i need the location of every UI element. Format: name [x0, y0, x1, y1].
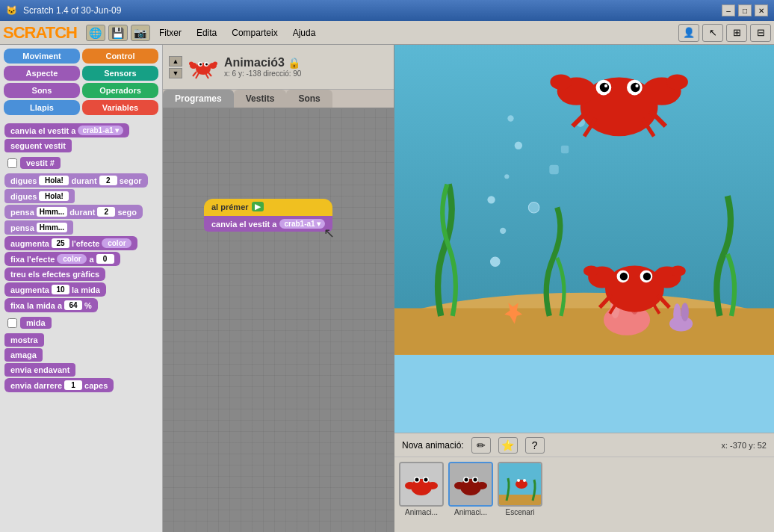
action-block[interactable]: canvia el vestit a crab1-a1 ▾ [204, 216, 332, 232]
svg-line-11 [208, 72, 211, 76]
block-envia-endavant[interactable]: envia endavant [4, 363, 158, 377]
svg-point-42 [600, 83, 609, 92]
block-augmenta-mida[interactable]: augmenta 10 la mida [4, 282, 158, 297]
block-amaga[interactable]: amaga [4, 348, 158, 362]
svg-point-66 [427, 482, 438, 489]
menu-fitxer[interactable]: Fitxer [153, 26, 188, 40]
titlebar: 🐱 Scratch 1.4 of 30-Jun-09 – □ ✕ [0, 0, 774, 21]
tab-programes[interactable]: Programes [163, 90, 234, 108]
svg-point-52 [583, 265, 599, 276]
profile-button[interactable]: 👤 [678, 24, 699, 42]
block-pensa-dur[interactable]: pensa Hmm... durant 2 sego [4, 205, 158, 219]
svg-point-44 [604, 84, 607, 87]
svg-point-21 [673, 303, 681, 325]
sprites-bar: Animaci... [394, 457, 774, 532]
globe-icon[interactable]: 🌐 [86, 25, 105, 41]
sprite-nav: ▲ ▼ [169, 56, 182, 78]
star-button[interactable]: ⭐ [498, 437, 518, 454]
ocean-scene [394, 45, 774, 355]
category-sensors[interactable]: Sensors [82, 66, 158, 81]
cursor-button[interactable]: ↖ [702, 24, 723, 42]
svg-point-27 [504, 174, 509, 179]
sprite-nav-up[interactable]: ▲ [169, 56, 182, 66]
save-icon[interactable]: 💾 [108, 25, 128, 41]
camera-icon[interactable]: 📷 [131, 25, 150, 41]
svg-point-65 [405, 482, 415, 489]
minimize-button[interactable]: – [722, 4, 735, 16]
brush-button[interactable]: ✏ [471, 437, 491, 454]
script-block-group[interactable]: al prémer ▶ canvia el vestit a crab1-a1 … [204, 199, 332, 232]
event-block[interactable]: al prémer ▶ [204, 199, 332, 216]
sprite-thumb-2[interactable] [448, 462, 493, 507]
svg-point-73 [454, 482, 465, 489]
svg-point-54 [670, 265, 686, 276]
help-button[interactable]: ? [525, 437, 545, 454]
tab-sons[interactable]: Sons [286, 90, 332, 108]
category-llapis[interactable]: Llapis [4, 100, 80, 115]
block-digues-dur[interactable]: digues Hola! durant 2 segor [4, 173, 158, 188]
category-variables[interactable]: Variables [82, 100, 158, 115]
block-canvia-vestit[interactable]: canvia el vestit a crab1-a1 ▾ [4, 123, 158, 137]
shrink-button[interactable]: ⊟ [750, 24, 771, 42]
category-buttons: Moviment Control Aspecte Sensors Sons Op… [0, 45, 162, 119]
mida-checkbox[interactable] [7, 318, 17, 328]
svg-point-69 [415, 478, 419, 482]
tab-vestits[interactable]: Vestits [234, 90, 287, 108]
menu-comparteix[interactable]: Comparteix [226, 26, 283, 40]
svg-point-82 [517, 479, 520, 482]
sprite-label-2: Animaci... [454, 508, 487, 516]
svg-line-9 [193, 72, 196, 76]
stage-coords: x: -370 y: 52 [721, 441, 767, 450]
category-control[interactable]: Control [82, 49, 158, 64]
category-moviment[interactable]: Moviment [4, 49, 80, 64]
category-operadors[interactable]: Operadors [82, 83, 158, 98]
svg-rect-31 [549, 165, 558, 174]
svg-point-29 [507, 115, 513, 121]
vestit-checkbox[interactable] [7, 158, 17, 168]
block-seguent-vestit[interactable]: seguent vestit [4, 139, 158, 152]
svg-point-70 [424, 478, 428, 482]
blocks-palette: canvia el vestit a crab1-a1 ▾ seguent ve… [0, 119, 162, 532]
right-panel: ▶ ● [394, 45, 774, 532]
svg-point-4 [213, 62, 217, 66]
menu-ajuda[interactable]: Ajuda [287, 26, 322, 40]
stage-thumb[interactable] [498, 462, 542, 507]
block-fixa-mida[interactable]: fixa la mida a 64 % [4, 298, 158, 312]
sprite-item-2[interactable]: Animaci... [448, 462, 493, 516]
block-treu-efectes[interactable]: treu els efectes gràfics [4, 267, 158, 281]
block-vestit-num[interactable]: vestit # [4, 154, 158, 172]
svg-line-12 [205, 73, 208, 78]
category-sons[interactable]: Sons [4, 83, 80, 98]
block-pensa[interactable]: pensa Hmm... [4, 220, 158, 235]
sprite-info: ▲ ▼ [163, 45, 394, 90]
block-augmenta-efecte[interactable]: augmenta 25 l'efecte color [4, 236, 158, 250]
svg-point-45 [635, 84, 638, 87]
stage-item[interactable]: Escenari [498, 462, 542, 516]
sprite-thumb-1[interactable] [399, 462, 444, 507]
svg-point-83 [523, 479, 526, 482]
fullscreen-button[interactable]: ⊞ [726, 24, 747, 42]
sprite-name-info: Animació3 🔒 x: 6 y: -138 direcció: 90 [224, 56, 388, 78]
close-button[interactable]: ✕ [755, 4, 768, 16]
sprite-coords: x: 6 y: -138 direcció: 90 [224, 69, 388, 78]
block-fixa-efecte[interactable]: fixa l'efecte color a 0 [4, 252, 158, 266]
block-envia-darrere[interactable]: envia darrere 1 capes [4, 378, 158, 392]
block-digues[interactable]: digues Hola! [4, 189, 158, 203]
scratch-logo: SCRATCH [3, 23, 77, 43]
block-mostra[interactable]: mostra [4, 333, 158, 347]
svg-point-26 [487, 196, 495, 203]
category-aspecte[interactable]: Aspecte [4, 66, 80, 81]
maximize-button[interactable]: □ [738, 4, 752, 16]
titlebar-right: – □ ✕ [722, 4, 768, 16]
block-mida-checkbox[interactable]: mida [4, 314, 158, 332]
svg-point-2 [189, 62, 194, 66]
lock-icon: 🔒 [288, 57, 300, 69]
svg-point-39 [666, 74, 688, 90]
stage-label: Escenari [506, 508, 535, 516]
menu-edita[interactable]: Edita [191, 26, 223, 40]
sprite-item-1[interactable]: Animaci... [399, 462, 444, 516]
svg-point-28 [515, 142, 522, 149]
sprite-nav-down[interactable]: ▼ [169, 68, 182, 78]
svg-point-78 [474, 478, 477, 482]
middle-panel: ▲ ▼ [163, 45, 394, 532]
